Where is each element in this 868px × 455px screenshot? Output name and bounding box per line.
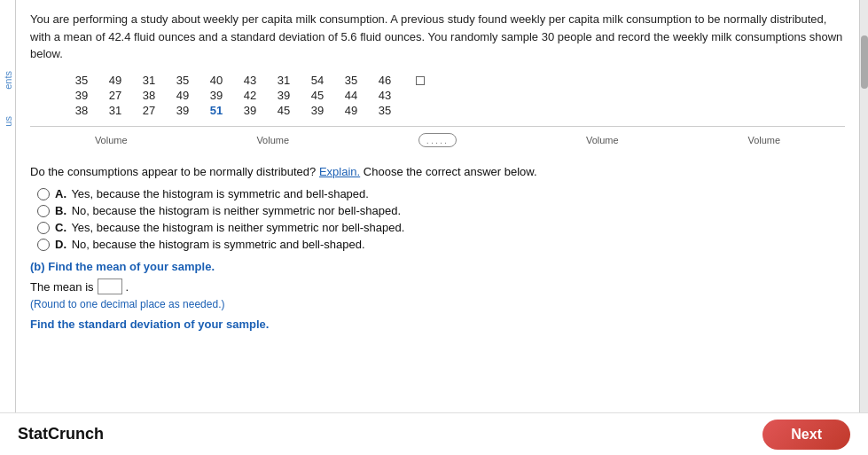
cell-r3c7: 45 xyxy=(275,104,293,117)
content-area: You are performing a study about weekly … xyxy=(16,0,859,455)
cell-r2c3: 38 xyxy=(140,89,158,102)
options-list: A. Yes, because the histogram is symmetr… xyxy=(37,187,845,251)
cell-r3c3: 27 xyxy=(140,104,158,117)
cell-r1c6: 43 xyxy=(241,74,259,87)
option-a: A. Yes, because the histogram is symmetr… xyxy=(37,187,845,200)
chart-label-4: Volume xyxy=(747,135,780,145)
problem-description: You are performing a study about weekly … xyxy=(30,11,845,63)
option-d: D. No, because the histogram is symmetri… xyxy=(37,238,845,251)
option-c: C. Yes, because the histogram is neither… xyxy=(37,221,845,234)
chart-area: Volume Volume ..... Volume Volume xyxy=(30,126,845,154)
data-row-3: 38 31 27 39 51 39 45 39 49 35 xyxy=(73,104,427,117)
question-a-text: Do the consumptions appear to be normall… xyxy=(30,163,845,181)
chart-label-3: Volume xyxy=(586,135,619,145)
cell-r1c7: 31 xyxy=(275,74,293,87)
cell-r3c1: 38 xyxy=(73,104,90,117)
chart-label-2: Volume xyxy=(256,135,289,145)
option-a-label: A. Yes, because the histogram is symmetr… xyxy=(55,187,369,200)
question-a-section: Do the consumptions appear to be normall… xyxy=(30,163,845,252)
cell-r2c8: 45 xyxy=(309,89,326,102)
checkbox-icon xyxy=(416,76,425,85)
cell-r1c9: 35 xyxy=(342,74,360,87)
cell-r1c8: 54 xyxy=(309,74,326,87)
cell-r2c4: 49 xyxy=(174,89,192,102)
question-a-prompt: Do the consumptions appear to be normall… xyxy=(30,165,316,178)
part-b-title: (b) Find the mean of your sample. xyxy=(30,260,845,273)
radio-b[interactable] xyxy=(37,205,50,217)
radio-d[interactable] xyxy=(37,239,50,251)
data-row-2: 39 27 38 49 39 42 39 45 44 43 xyxy=(73,89,427,102)
option-b-label: B. No, because the histogram is neither … xyxy=(55,204,401,217)
explain-link[interactable]: Explain. xyxy=(319,165,360,178)
mean-label: The mean is xyxy=(30,280,94,294)
round-note: (Round to one decimal place as needed.) xyxy=(30,298,845,310)
mean-line: The mean is . xyxy=(30,278,845,294)
mean-period: . xyxy=(126,280,129,294)
cell-r1c2: 49 xyxy=(106,74,124,87)
radio-a[interactable] xyxy=(37,188,50,200)
cell-r3c8: 39 xyxy=(309,104,326,117)
data-table: 35 49 31 35 40 43 31 54 35 46 39 27 38 4… xyxy=(57,72,443,119)
cell-r2c5: 39 xyxy=(207,89,225,102)
cell-r2c2: 27 xyxy=(106,89,124,102)
cell-r1c1: 35 xyxy=(73,74,90,87)
cell-r1-icon xyxy=(410,74,427,87)
cell-r1c4: 35 xyxy=(174,74,192,87)
chart-label-1: Volume xyxy=(95,135,128,145)
cell-r3c9: 49 xyxy=(342,104,360,117)
option-b: B. No, because the histogram is neither … xyxy=(37,204,845,217)
cell-r3c2: 31 xyxy=(106,104,124,117)
cell-r1c5: 40 xyxy=(207,74,225,87)
data-row-1: 35 49 31 35 40 43 31 54 35 46 xyxy=(73,74,427,87)
cell-r3c10: 35 xyxy=(376,104,394,117)
cell-r3c5: 51 xyxy=(207,104,225,117)
footer-bar: StatCrunch Next xyxy=(0,412,868,455)
next-button[interactable]: Next xyxy=(762,420,850,450)
question-b-section: (b) Find the mean of your sample. The me… xyxy=(30,260,845,331)
chart-dots[interactable]: ..... xyxy=(418,133,457,147)
option-d-label: D. No, because the histogram is symmetri… xyxy=(55,238,365,251)
cell-r2c6: 42 xyxy=(241,89,259,102)
cell-r1c10: 46 xyxy=(376,74,394,87)
std-dev-line: Find the standard deviation of your samp… xyxy=(30,318,845,331)
cell-r3c6: 39 xyxy=(241,104,259,117)
cell-r3c4: 39 xyxy=(174,104,192,117)
brand-label: StatCrunch xyxy=(18,425,104,443)
cell-r2c7: 39 xyxy=(275,89,293,102)
scrollbar[interactable] xyxy=(859,0,868,455)
cell-r1c3: 31 xyxy=(140,74,158,87)
question-a-suffix2: Choose the correct answer below. xyxy=(364,165,537,178)
radio-c[interactable] xyxy=(37,222,50,234)
sidebar-item-ents[interactable]: ents xyxy=(3,71,13,90)
cell-r2c10: 43 xyxy=(376,89,394,102)
scrollbar-thumb[interactable] xyxy=(861,35,868,89)
option-c-label: C. Yes, because the histogram is neither… xyxy=(55,221,404,234)
sidebar-item-us[interactable]: us xyxy=(3,116,13,127)
left-sidebar: ents us xyxy=(0,0,16,455)
mean-input[interactable] xyxy=(98,278,122,294)
cell-r2c9: 44 xyxy=(342,89,360,102)
cell-r2c1: 39 xyxy=(73,89,90,102)
